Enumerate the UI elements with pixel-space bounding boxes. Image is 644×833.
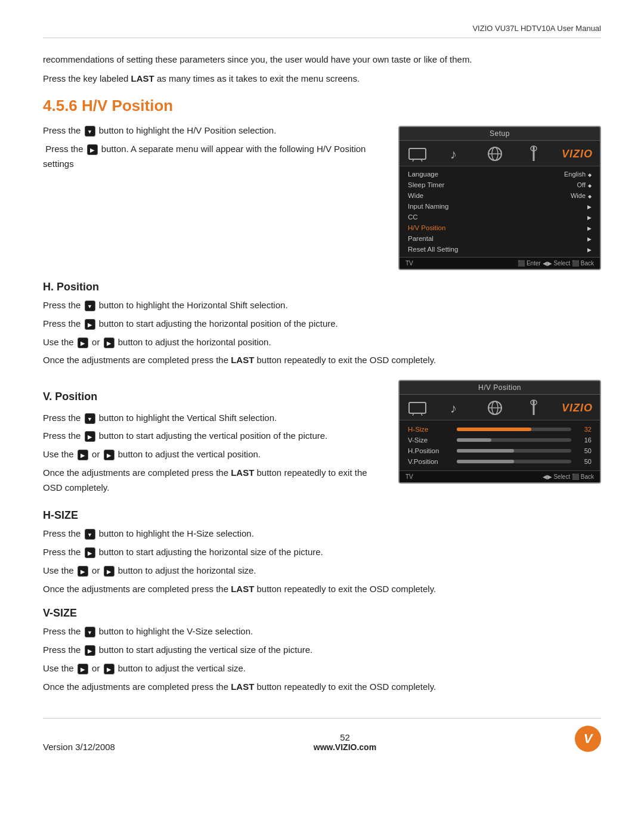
hsize-row: H-Size 32 (400, 424, 600, 435)
down-btn-hs1 (85, 529, 95, 540)
h-position-p1: Press the button to highlight the Horizo… (43, 298, 601, 313)
vpos-fill (457, 460, 514, 463)
manual-title: VIZIO VU37L HDTV10A User Manual (472, 24, 601, 33)
right-btn-v2 (85, 431, 95, 442)
setup-screen-title: Setup (400, 127, 600, 141)
setup-tv-screen: Setup ♪ (398, 126, 601, 270)
vsize-p3: Use the or button to adjust the vertical… (43, 661, 601, 676)
h-position-title: H. Position (43, 281, 601, 293)
h-position-p3: Use the or button to adjust the horizont… (43, 335, 601, 350)
tv-icon-2 (407, 400, 428, 416)
vsize-p1: Press the button to highlight the V-Size… (43, 624, 601, 639)
right-btn-vs2 (85, 645, 95, 656)
vsize-slider (457, 438, 571, 442)
vizio-footer-logo: V (575, 726, 601, 752)
h-position-p4: Once the adjustments are completed press… (43, 353, 601, 368)
right-btn-h3a (78, 337, 88, 348)
svg-text:♪: ♪ (450, 401, 457, 416)
globe-icon (484, 145, 506, 162)
right-button-icon (87, 144, 98, 155)
hsize-slider (457, 428, 571, 431)
vpos-slider (457, 460, 571, 463)
menu-row-cc: CC (400, 212, 600, 222)
h-position-p2: Press the button to start adjusting the … (43, 317, 601, 332)
down-btn-vs1 (85, 627, 95, 637)
right-btn-vs3a (78, 664, 88, 674)
hsize-p1: Press the button to highlight the H-Size… (43, 527, 601, 541)
v-position-text: V. Position Press the button to highligh… (43, 377, 384, 498)
intro-line1: recommendations of setting these paramet… (43, 52, 601, 67)
hv-tv-screen: H/V Position ♪ VIZIO (398, 380, 601, 484)
vsize-title: V-SIZE (43, 607, 601, 620)
right-btn-hs3b (104, 566, 114, 577)
right-btn-hs3a (78, 566, 88, 577)
menu-row-language: Language English (400, 169, 600, 179)
vizio-logo-2: VIZIO (562, 402, 593, 414)
globe-icon-2 (484, 400, 506, 416)
hv-position-screen: H/V Position ♪ VIZIO (398, 380, 601, 498)
vizio-v-icon: V (584, 731, 593, 747)
page-header: VIZIO VU37L HDTV10A User Manual (43, 24, 601, 38)
hpos-row: H.Position 50 (400, 445, 600, 456)
setup-screen-footer: TV ⬛ Enter ◀▶ Select ⬛ Back (400, 257, 600, 269)
footer-version: Version 3/12/2008 (43, 742, 115, 752)
right-btn-v3a (78, 450, 88, 460)
hsize-p2: Press the button to start adjusting the … (43, 545, 601, 560)
vsize-p2: Press the button to start adjusting the … (43, 643, 601, 658)
hv-screen-footer: TV ◀▶ Select ⬛ Back (400, 470, 600, 482)
section-title: 4.5.6 H/V Position (43, 97, 601, 115)
setup-icons-row: ♪ VIZIO (400, 141, 600, 166)
footer-url: www.VIZIO.com (314, 742, 376, 752)
hv-icons-row: ♪ VIZIO (400, 395, 600, 420)
hv-screen-title: H/V Position (400, 381, 600, 395)
right-btn-v3b (104, 450, 114, 460)
menu-row-wide: Wide Wide (400, 190, 600, 201)
down-btn-v1 (85, 413, 95, 424)
section-intro-text: Press the button to highlight the H/V Po… (43, 123, 384, 270)
right-btn-hs2 (85, 547, 95, 558)
menu-row-hv-position: H/V Position (400, 222, 600, 233)
right-btn-h2 (85, 319, 95, 330)
page-footer: Version 3/12/2008 52 www.VIZIO.com V (43, 718, 601, 752)
hsize-p4: Once the adjustments are completed press… (43, 582, 601, 597)
setup-menu: Language English Sleep Timer Off Wide Wi… (400, 166, 600, 257)
right-btn-vs3b (104, 664, 114, 674)
vsize-row: V-Size 16 (400, 435, 600, 445)
hv-menu: H-Size 32 V-Size 16 H.Posi (400, 420, 600, 470)
tool-icon-2 (523, 400, 544, 416)
hsize-p3: Use the or button to adjust the horizont… (43, 563, 601, 578)
vsize-p4: Once the adjustments are completed press… (43, 680, 601, 695)
hpos-fill (457, 449, 514, 453)
music-icon-2: ♪ (445, 400, 467, 416)
vsize-fill (457, 438, 491, 442)
menu-row-reset: Reset All Setting (400, 244, 600, 255)
setup-screen: Setup ♪ (398, 126, 601, 270)
tool-icon (523, 145, 544, 162)
hsize-title: H-SIZE (43, 509, 601, 522)
svg-rect-0 (409, 148, 426, 159)
down-button-icon (85, 126, 95, 137)
vizio-logo: VIZIO (562, 148, 593, 160)
right-btn-h3b (104, 337, 114, 348)
svg-rect-9 (409, 402, 426, 413)
down-btn-h1 (85, 301, 95, 311)
footer-page-number: 52 (314, 732, 376, 742)
vpos-row: V.Position 50 (400, 456, 600, 467)
hpos-slider (457, 449, 571, 453)
svg-text:♪: ♪ (450, 147, 457, 162)
hsize-fill (457, 428, 531, 431)
intro-line2: Press the key labeled LAST as many times… (43, 72, 601, 86)
v-position-title: V. Position (43, 388, 384, 406)
tv-icon (407, 145, 428, 162)
music-icon: ♪ (445, 145, 467, 162)
menu-row-parental: Parental (400, 233, 600, 244)
menu-row-sleep: Sleep Timer Off (400, 179, 600, 190)
menu-row-input-naming: Input Naming (400, 201, 600, 212)
